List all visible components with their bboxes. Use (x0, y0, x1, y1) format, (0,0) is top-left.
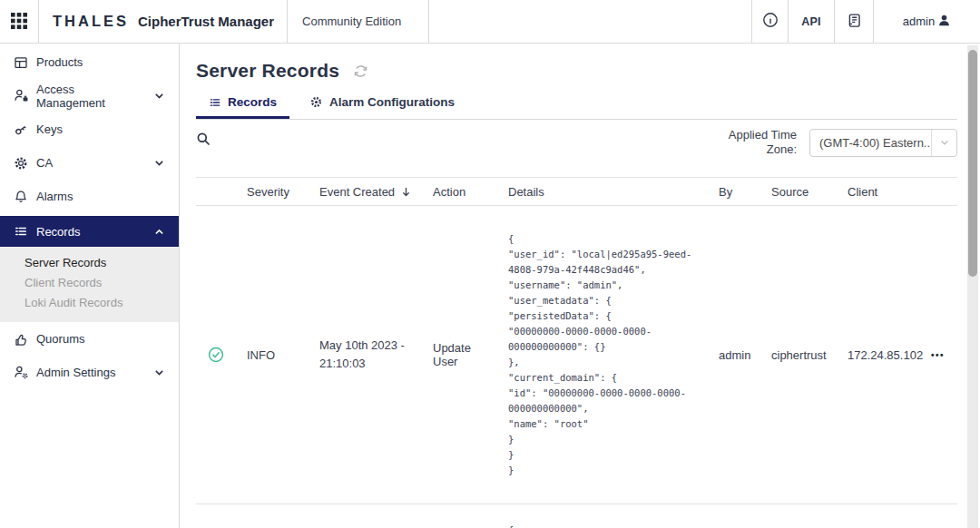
chevron-down-icon (153, 157, 165, 169)
records-list-icon (209, 96, 221, 109)
details-cell: { "user_id": "local| (497, 504, 708, 528)
time-zone-value: (GMT-4:00) Eastern... (810, 136, 931, 150)
products-icon (14, 54, 29, 70)
refresh-button[interactable] (353, 64, 368, 79)
chevron-down-icon (153, 90, 165, 102)
column-details: Details (497, 185, 708, 199)
header-actions: API admin (751, 0, 980, 43)
column-source: Source (760, 185, 837, 199)
column-by: By (708, 185, 760, 199)
thumbs-up-icon (14, 331, 29, 347)
action-cell: Update User (422, 341, 497, 368)
ciphertrust-manager-app: THALES CipherTrust Manager Community Edi… (0, 0, 980, 528)
column-action: Action (422, 185, 497, 199)
username-label: admin (903, 15, 935, 28)
column-label: Event Created (319, 185, 395, 199)
sidebar: Products Access Management (0, 44, 180, 528)
gear-icon (309, 95, 323, 109)
time-zone-select[interactable]: (GMT-4:00) Eastern... (809, 129, 957, 157)
records-submenu: Server Records Client Records Loki Audit… (0, 247, 179, 322)
sort-descending-icon (400, 186, 412, 198)
search-icon (196, 132, 211, 146)
records-list-icon (14, 224, 29, 240)
table-row[interactable]: { "user_id": "local| (196, 504, 957, 528)
certificate-seal-icon (14, 155, 29, 171)
user-avatar-icon (937, 14, 951, 30)
tab-bar: Records Alarm Configurations (196, 90, 957, 120)
applied-time-zone: Applied Time Zone: (GMT-4:00) Eastern... (720, 128, 957, 157)
applied-time-zone-label: Applied Time Zone: (720, 128, 797, 157)
source-cell: ciphertrust (760, 348, 837, 362)
key-icon (14, 122, 29, 137)
product-name: CipherTrust Manager (138, 14, 274, 29)
info-button[interactable] (751, 0, 788, 43)
sidebar-item-label: Records (36, 225, 80, 239)
submenu-item-loki-audit-records[interactable]: Loki Audit Records (0, 293, 179, 313)
column-severity: Severity (236, 185, 309, 199)
tab-records[interactable]: Records (196, 90, 289, 119)
vertical-scrollbar-thumb[interactable] (968, 50, 977, 277)
sidebar-item-label: Access Management (36, 83, 146, 110)
sidebar-item-alarms[interactable]: Alarms (0, 180, 179, 213)
edition-label: Community Edition (288, 15, 416, 28)
sidebar-item-label: Products (36, 55, 83, 69)
thales-logo: THALES (53, 13, 129, 30)
vertical-scrollbar-track[interactable] (967, 45, 978, 528)
chevron-down-icon (931, 130, 956, 156)
app-header: THALES CipherTrust Manager Community Edi… (0, 0, 980, 44)
documentation-button[interactable] (834, 0, 873, 43)
chevron-up-icon (153, 226, 165, 238)
tab-label: Alarm Configurations (329, 95, 455, 109)
sidebar-item-ca[interactable]: CA (0, 146, 179, 180)
sidebar-item-label: Alarms (36, 190, 73, 203)
submenu-item-client-records[interactable]: Client Records (0, 273, 179, 293)
sidebar-item-admin-settings[interactable]: Admin Settings (0, 356, 179, 389)
sidebar-item-label: Keys (36, 122, 63, 136)
severity-cell: INFO (236, 348, 309, 362)
sidebar-item-label: CA (36, 156, 53, 170)
user-lock-icon (14, 88, 29, 103)
column-event-created[interactable]: Event Created (309, 185, 422, 199)
sidebar-item-records[interactable]: Records (0, 216, 179, 247)
chevron-down-icon (153, 367, 165, 378)
filter-row: Applied Time Zone: (GMT-4:00) Eastern... (196, 120, 957, 178)
details-cell: { "user_id": "local|ed295a95-9eed- 4808-… (497, 206, 708, 504)
api-button[interactable]: API (788, 0, 834, 43)
sidebar-item-label: Admin Settings (36, 366, 115, 379)
sidebar-item-keys[interactable]: Keys (0, 112, 179, 146)
brand-area: THALES CipherTrust Manager Community Edi… (39, 0, 429, 43)
page-title: Server Records (196, 60, 339, 82)
event-created-cell: May 10th 2023 - 21:10:03 (309, 337, 422, 373)
submenu-item-server-records[interactable]: Server Records (0, 253, 179, 273)
severity-success-icon (196, 347, 236, 363)
header-divider (428, 0, 429, 43)
row-actions-button[interactable]: ••• (920, 350, 957, 360)
user-menu-button[interactable]: admin (873, 0, 980, 43)
info-icon (762, 12, 779, 31)
client-cell: 172.24.85.102 (837, 348, 920, 362)
user-gear-icon (14, 365, 29, 380)
tab-label: Records (228, 95, 277, 109)
bell-icon (14, 189, 29, 204)
refresh-icon (353, 64, 368, 79)
docs-book-icon (847, 13, 862, 31)
column-client: Client (837, 185, 920, 199)
sidebar-item-products[interactable]: Products (0, 45, 179, 79)
tab-alarm-configurations[interactable]: Alarm Configurations (297, 90, 467, 119)
sidebar-item-label: Quorums (36, 332, 84, 346)
table-row[interactable]: INFO May 10th 2023 - 21:10:03 Update Use… (196, 206, 957, 504)
main-content: Server Records Records (180, 44, 980, 528)
sidebar-item-access-management[interactable]: Access Management (0, 79, 179, 112)
table-header: Severity Event Created Action Details By… (196, 178, 957, 206)
app-grid-icon (9, 10, 29, 34)
app-launcher-button[interactable] (0, 0, 39, 43)
by-cell: admin (708, 348, 760, 362)
search-button[interactable] (196, 132, 211, 146)
sidebar-item-quorums[interactable]: Quorums (0, 322, 179, 356)
